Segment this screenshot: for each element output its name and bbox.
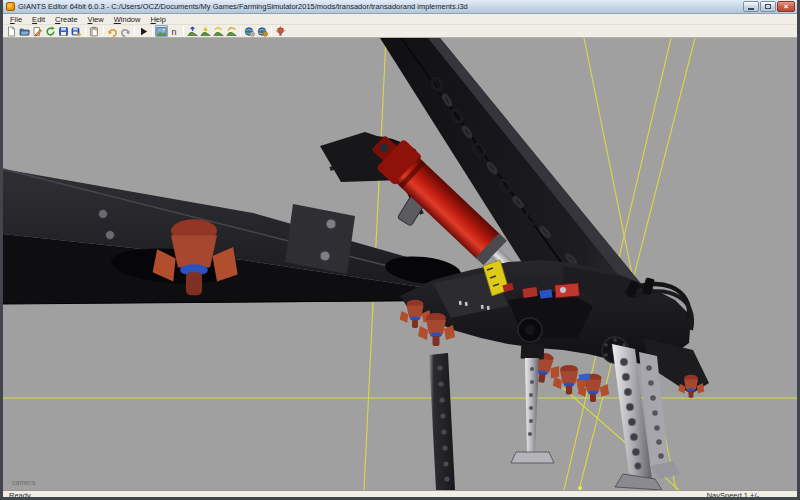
viewport-3d[interactable]: camera	[3, 38, 797, 490]
maximize-button[interactable]	[760, 1, 776, 12]
giants-editor-window: GIANTS Editor 64bit 6.0.3 - C:/Users/OCZ…	[0, 0, 800, 500]
toolbar-separator	[183, 26, 184, 36]
toolbar-separator	[152, 26, 153, 36]
status-ready-text: Ready	[9, 491, 31, 500]
minimize-button[interactable]	[743, 1, 759, 12]
menu-bar: File Edit Create View Window Help	[3, 14, 797, 25]
world-settings-button[interactable]	[243, 25, 256, 37]
menu-file[interactable]: File	[5, 14, 27, 25]
menu-edit[interactable]: Edit	[27, 14, 50, 25]
minimize-icon	[748, 8, 754, 10]
menu-view[interactable]: View	[83, 14, 109, 25]
open-file-button[interactable]	[18, 25, 31, 37]
toolbar-separator	[271, 26, 272, 36]
toolbar-separator	[134, 26, 135, 36]
tool-bar: n	[3, 25, 797, 38]
world-run-button[interactable]	[256, 25, 269, 37]
undo-button[interactable]	[106, 25, 119, 37]
close-icon: ×	[784, 3, 789, 11]
terrain-smooth-button[interactable]	[212, 25, 225, 37]
maximize-icon	[765, 4, 771, 9]
toolbar-separator	[103, 26, 104, 36]
terrain-paint-button[interactable]	[225, 25, 238, 37]
save-as-button[interactable]	[70, 25, 83, 37]
toolbar-separator	[240, 26, 241, 36]
terrain-lower-button[interactable]	[199, 25, 212, 37]
svg-text:n: n	[172, 26, 177, 36]
window-controls: ×	[743, 1, 795, 12]
title-bar[interactable]: GIANTS Editor 64bit 6.0.3 - C:/Users/OCZ…	[3, 0, 797, 14]
status-bar: Ready NavSpeed 1 +/-	[3, 490, 797, 500]
import-button[interactable]	[31, 25, 44, 37]
status-navspeed-text: NavSpeed 1 +/-	[707, 491, 759, 500]
giants-logo-icon	[6, 2, 15, 11]
window-title: GIANTS Editor 64bit 6.0.3 - C:/Users/OCZ…	[18, 2, 794, 11]
close-button[interactable]: ×	[777, 1, 795, 12]
n-mode-button[interactable]: n	[168, 25, 181, 37]
menu-window[interactable]: Window	[109, 14, 146, 25]
camera-name-label: camera	[12, 479, 35, 486]
scene-view-button[interactable]	[155, 25, 168, 37]
play-button[interactable]	[137, 25, 150, 37]
bolt-plate	[285, 204, 355, 274]
scene-canvas[interactable]	[3, 38, 797, 490]
menu-create[interactable]: Create	[50, 14, 83, 25]
terrain-raise-button[interactable]	[186, 25, 199, 37]
menu-help[interactable]: Help	[145, 14, 170, 25]
lights-button[interactable]	[274, 25, 287, 37]
new-file-button[interactable]	[5, 25, 18, 37]
reload-button[interactable]	[44, 25, 57, 37]
toolbar-separator	[85, 26, 86, 36]
save-button[interactable]	[57, 25, 70, 37]
redo-button[interactable]	[119, 25, 132, 37]
paste-button[interactable]	[88, 25, 101, 37]
